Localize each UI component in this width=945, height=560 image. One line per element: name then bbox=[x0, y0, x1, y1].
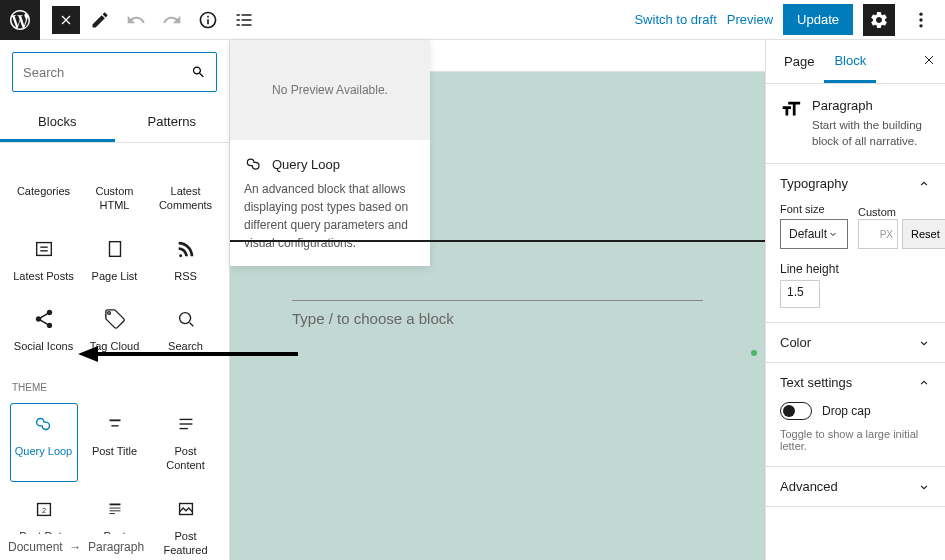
breadcrumb[interactable]: Document → Paragraph bbox=[8, 534, 144, 560]
query-loop-preview-icon bbox=[244, 154, 264, 174]
toolbar-left-group bbox=[8, 4, 260, 36]
tab-page[interactable]: Page bbox=[774, 42, 824, 81]
color-panel: Color bbox=[766, 323, 945, 363]
info-button[interactable] bbox=[192, 4, 224, 36]
tab-patterns[interactable]: Patterns bbox=[115, 104, 230, 142]
close-icon bbox=[58, 12, 74, 28]
line-height-input[interactable]: 1.5 bbox=[780, 280, 820, 308]
chevron-down-icon bbox=[917, 480, 931, 494]
rss-icon bbox=[175, 238, 197, 260]
block-post-title[interactable]: Post Title bbox=[81, 403, 149, 482]
post-content-icon bbox=[175, 413, 197, 435]
preview-button[interactable]: Preview bbox=[727, 12, 773, 27]
redo-icon bbox=[162, 10, 182, 30]
preview-placeholder: No Preview Available. bbox=[230, 40, 430, 140]
text-settings-panel: Text settings Drop cap Toggle to show a … bbox=[766, 363, 945, 467]
latest-posts-icon bbox=[33, 238, 55, 260]
tag-icon bbox=[104, 308, 126, 330]
block-latest-comments[interactable]: Latest Comments bbox=[152, 143, 220, 222]
chevron-down-icon bbox=[827, 228, 839, 240]
block-post-content[interactable]: Post Content bbox=[152, 403, 220, 482]
undo-button[interactable] bbox=[120, 4, 152, 36]
block-post-featured-image[interactable]: Post Featured Image bbox=[152, 488, 220, 560]
drop-cap-label: Drop cap bbox=[822, 404, 871, 418]
block-categories[interactable]: Categories bbox=[10, 143, 78, 222]
line-height-label: Line height bbox=[780, 262, 839, 276]
search-input-field[interactable] bbox=[23, 65, 191, 80]
font-size-label: Font size bbox=[780, 203, 848, 215]
advanced-toggle[interactable]: Advanced bbox=[766, 467, 945, 506]
advanced-panel: Advanced bbox=[766, 467, 945, 507]
switch-to-draft-button[interactable]: Switch to draft bbox=[634, 12, 716, 27]
close-sidebar-button[interactable] bbox=[921, 52, 937, 71]
svg-marker-26 bbox=[78, 346, 98, 362]
post-title-icon bbox=[104, 413, 126, 435]
info-icon bbox=[198, 10, 218, 30]
svg-rect-3 bbox=[36, 242, 51, 255]
inserter-tabs: Blocks Patterns bbox=[0, 104, 229, 143]
search-icon bbox=[191, 63, 206, 81]
custom-size-label: Custom bbox=[858, 206, 896, 218]
update-button[interactable]: Update bbox=[783, 4, 853, 35]
block-custom-html[interactable]: Custom HTML bbox=[81, 143, 149, 222]
edit-mode-button[interactable] bbox=[84, 4, 116, 36]
block-name: Paragraph bbox=[812, 98, 931, 113]
undo-icon bbox=[126, 10, 146, 30]
redo-button[interactable] bbox=[156, 4, 188, 36]
sidebar-tabs: Page Block bbox=[766, 40, 945, 84]
settings-button[interactable] bbox=[863, 4, 895, 36]
block-inserter-panel: Blocks Patterns Categories Custom HTML L… bbox=[0, 40, 230, 560]
close-inserter-button[interactable] bbox=[52, 6, 80, 34]
svg-text:2: 2 bbox=[41, 505, 45, 514]
typography-toggle[interactable]: Typography bbox=[766, 164, 945, 203]
svg-rect-6 bbox=[109, 241, 120, 256]
more-options-button[interactable] bbox=[905, 4, 937, 36]
reset-font-size-button[interactable]: Reset bbox=[902, 219, 945, 249]
block-query-loop[interactable]: Query Loop bbox=[10, 403, 78, 482]
image-icon bbox=[175, 498, 197, 520]
kebab-icon bbox=[911, 10, 931, 30]
list-view-icon bbox=[234, 10, 254, 30]
svg-point-1 bbox=[919, 18, 922, 21]
gear-icon bbox=[869, 10, 889, 30]
svg-point-0 bbox=[919, 12, 922, 15]
close-icon bbox=[921, 52, 937, 68]
calendar-icon: 2 bbox=[33, 498, 55, 520]
paragraph-icon bbox=[780, 98, 802, 120]
theme-section-heading: THEME bbox=[8, 368, 221, 403]
chevron-down-icon bbox=[917, 336, 931, 350]
query-loop-icon bbox=[33, 413, 55, 435]
svg-line-8 bbox=[189, 323, 193, 327]
font-size-select[interactable]: Default bbox=[780, 219, 848, 249]
block-divider bbox=[230, 240, 765, 242]
block-latest-posts[interactable]: Latest Posts bbox=[10, 228, 78, 292]
chevron-up-icon bbox=[917, 376, 931, 390]
top-toolbar: Switch to draft Preview Update bbox=[0, 0, 945, 40]
search-blocks-input[interactable] bbox=[12, 52, 217, 92]
svg-point-2 bbox=[919, 24, 922, 27]
svg-point-7 bbox=[179, 312, 190, 323]
tab-block[interactable]: Block bbox=[824, 41, 876, 83]
toolbar-right-group: Switch to draft Preview Update bbox=[634, 4, 937, 36]
custom-font-size-input[interactable]: PX bbox=[858, 219, 898, 249]
block-rss[interactable]: RSS bbox=[152, 228, 220, 292]
list-view-button[interactable] bbox=[228, 4, 260, 36]
chevron-up-icon bbox=[917, 177, 931, 191]
wordpress-logo-button[interactable] bbox=[0, 0, 40, 40]
settings-sidebar: Page Block Paragraph Start with the buil… bbox=[765, 40, 945, 560]
typography-panel: Typography Font size Default Custom bbox=[766, 164, 945, 323]
block-description: Start with the building block of all nar… bbox=[812, 117, 931, 149]
drop-cap-toggle[interactable] bbox=[780, 402, 812, 420]
title-underline bbox=[292, 300, 703, 301]
color-toggle[interactable]: Color bbox=[766, 323, 945, 362]
drop-cap-hint: Toggle to show a large initial letter. bbox=[780, 428, 931, 452]
text-settings-toggle[interactable]: Text settings bbox=[766, 363, 945, 402]
tab-blocks[interactable]: Blocks bbox=[0, 104, 115, 142]
block-preview-popover: No Preview Available. Query Loop An adva… bbox=[230, 40, 430, 266]
share-icon bbox=[33, 308, 55, 330]
editor-canvas[interactable]: No Preview Available. Query Loop An adva… bbox=[230, 40, 765, 560]
status-indicator bbox=[751, 350, 757, 356]
block-social-icons[interactable]: Social Icons bbox=[10, 298, 78, 362]
block-page-list[interactable]: Page List bbox=[81, 228, 149, 292]
block-placeholder[interactable]: Type / to choose a block bbox=[292, 310, 454, 327]
